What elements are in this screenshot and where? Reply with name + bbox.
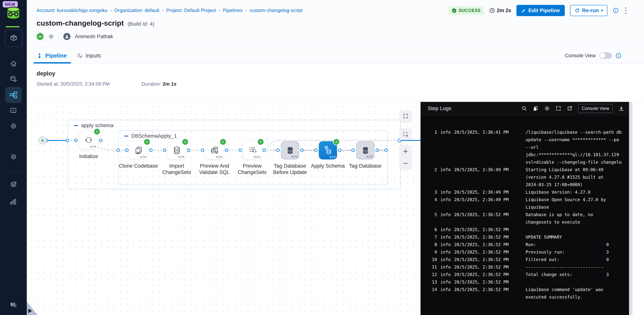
breadcrumb-pipelines[interactable]: Pipelines	[223, 8, 243, 13]
more-options-menu[interactable]	[624, 6, 628, 15]
edit-pipeline-button[interactable]: Edit Pipeline	[516, 5, 565, 16]
fullscreen-icon	[403, 113, 408, 119]
step-logs-header: Step Logs Console View	[420, 102, 629, 115]
database-devops-logo[interactable]	[6, 6, 20, 20]
node-label: Clone Codebase	[117, 163, 160, 169]
log-console-view-button[interactable]: Console View	[578, 104, 613, 113]
database-icon	[172, 146, 182, 155]
svg-text:?: ?	[12, 303, 14, 306]
module-box-icon	[10, 34, 18, 42]
log-row: 6info20/5/2025, 2:36:52 PM	[426, 226, 629, 233]
page-header: Account: kurosakiichigo.songoku › Organi…	[27, 0, 644, 47]
sidebar-item-databases[interactable]	[0, 75, 27, 83]
code-icon: </>	[178, 155, 184, 159]
changeset-list-icon	[248, 146, 257, 155]
sidebar-item-infrastructure[interactable]	[0, 198, 27, 206]
log-copy-button[interactable]	[533, 106, 538, 111]
node-initialize[interactable]: </>	[80, 131, 98, 149]
node-label: Import ChangeSets	[155, 163, 198, 176]
zoom-in-button[interactable]	[400, 145, 412, 157]
breadcrumb-separator: ›	[245, 8, 247, 13]
node-tag-database-before-update[interactable]: </>	[281, 141, 299, 159]
success-check-icon	[334, 139, 339, 145]
settings-gear-icon	[10, 122, 17, 130]
sidebar-item-home[interactable]	[0, 60, 27, 68]
node-import-changesets[interactable]: </>	[168, 141, 186, 159]
sidebar-item-default-settings[interactable]	[0, 180, 27, 189]
expand-panel-arrow-icon[interactable]	[28, 309, 32, 313]
database-check-icon	[210, 146, 220, 155]
project-settings-gear-icon	[10, 153, 17, 160]
node-preview-changesets[interactable]: </>	[243, 141, 261, 159]
breadcrumb-organization[interactable]: Organization: default	[114, 8, 159, 13]
breadcrumb-account[interactable]: Account: kurosakiichigo.songoku	[36, 8, 108, 13]
pipeline-canvas[interactable]: apply schema DBSchemaApply_1	[27, 102, 420, 315]
log-scrollbar[interactable]	[629, 102, 632, 315]
pipeline-settings-gear-icon[interactable]	[48, 34, 54, 40]
log-row: 13info20/5/2025, 2:36:52 PM	[426, 278, 629, 286]
log-fullscreen-button[interactable]	[556, 106, 561, 111]
play-icon	[42, 139, 44, 142]
node-label: Apply Schema	[306, 163, 349, 169]
node-tag-database[interactable]: </>	[356, 141, 374, 159]
trigger-author: Animesh Pathak	[75, 34, 113, 40]
tab-strip: Pipeline Inputs Console View	[27, 47, 644, 64]
sidebar-item-help[interactable]: ?	[0, 301, 27, 310]
sidebar-item-module-selector[interactable]	[5, 30, 22, 47]
started-at: Started at: 20/5/2025, 2:34:58 PM	[36, 81, 110, 87]
status-text: SUCCESS	[458, 8, 481, 13]
avatar	[63, 33, 70, 40]
breadcrumb-project[interactable]: Project: Default Project	[166, 8, 216, 13]
log-row: 10info20/5/2025, 2:36:52 PMFiltered out:…	[426, 256, 629, 263]
help-chat-icon: ?	[10, 301, 18, 309]
database-settings-icon	[10, 76, 17, 83]
node-label: Preview ChangeSets	[230, 163, 274, 176]
log-body[interactable]: 1info20/5/2025, 2:36:41 PM/liquibase/liq…	[420, 115, 629, 315]
console-view-label: Console View	[565, 53, 596, 58]
database-upload-icon	[323, 145, 333, 156]
log-row: 14info20/5/2025, 2:36:52 PMLiquibase com…	[426, 286, 629, 301]
executions-icon	[10, 107, 17, 114]
info-icon[interactable]	[616, 52, 622, 58]
code-icon: </>	[291, 154, 298, 158]
download-icon	[618, 106, 624, 111]
console-view-toggle[interactable]	[600, 52, 612, 59]
inputs-tab-icon	[77, 52, 83, 58]
tab-inputs[interactable]: Inputs	[77, 48, 101, 64]
log-row: 9info20/5/2025, 2:36:52 PMPreviously run…	[426, 248, 629, 256]
success-check-icon	[220, 139, 226, 145]
sidebar-item-stage-settings[interactable]	[0, 122, 27, 130]
rerun-button[interactable]: Re-run ▾	[570, 5, 608, 16]
pipeline-start-node[interactable]	[38, 136, 46, 144]
log-settings-button[interactable]	[544, 106, 550, 112]
success-check-icon	[94, 129, 100, 134]
code-icon: </>	[254, 155, 260, 159]
node-preview-and-validate-sql[interactable]: </>	[206, 141, 224, 159]
sidebar-item-project-settings[interactable]	[0, 153, 27, 161]
log-row: 8info20/5/2025, 2:36:52 PMRun:0	[426, 241, 629, 248]
info-icon[interactable]	[613, 8, 619, 14]
log-row: 11info20/5/2025, 2:36:52 PM-------------…	[426, 263, 629, 271]
sidebar: NEW	[0, 0, 27, 315]
code-icon: </>	[140, 155, 146, 159]
tab-pipeline[interactable]: Pipeline	[36, 48, 67, 64]
canvas-select-button[interactable]	[400, 128, 412, 140]
log-row: 12info20/5/2025, 2:36:52 PMTotal change …	[426, 271, 629, 278]
log-row: 3info20/5/2025, 2:36:49 PMLiquibase Vers…	[426, 188, 629, 196]
log-open-in-new-button[interactable]	[567, 106, 572, 111]
sidebar-item-pipelines[interactable]	[5, 87, 22, 103]
log-row: 7info20/5/2025, 2:36:52 PMUPDATE SUMMARY	[426, 233, 629, 241]
zoom-out-button[interactable]	[400, 157, 412, 169]
page-title: custom-changelog-script	[36, 19, 124, 27]
log-download-button[interactable]	[618, 106, 624, 111]
log-search-button[interactable]	[522, 106, 527, 111]
node-clone-codebase[interactable]: </>	[130, 141, 148, 159]
canvas-fullscreen-button[interactable]	[400, 110, 412, 122]
plus-icon	[403, 148, 408, 154]
sidebar-item-executions[interactable]	[0, 106, 27, 114]
pipeline-tab-icon	[36, 52, 42, 58]
rerun-icon	[574, 8, 580, 13]
node-apply-schema[interactable]: </>	[319, 141, 337, 159]
active-tab-underline	[34, 62, 71, 64]
breadcrumb-current[interactable]: custom-changelog-script	[250, 8, 302, 13]
